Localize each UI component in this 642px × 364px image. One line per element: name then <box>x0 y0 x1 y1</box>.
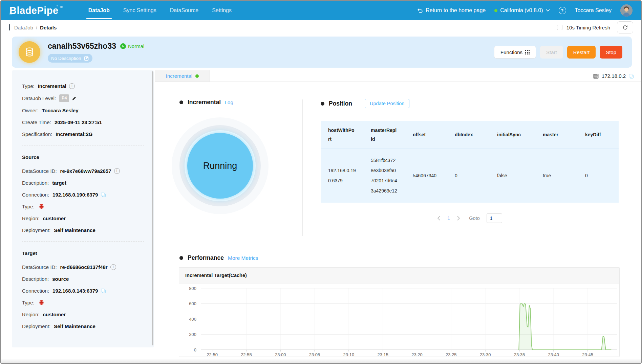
column-divider <box>302 99 303 236</box>
copy-icon[interactable] <box>628 73 634 79</box>
server-icon <box>593 73 599 79</box>
performance-heading: Performance <box>188 254 224 261</box>
chart-title: Incremental Target(Cache) <box>179 268 619 283</box>
job-info-sidebar: Type:Incremental DataJob Level:P4 Owner:… <box>12 70 154 347</box>
refresh-icon <box>622 25 628 30</box>
restart-button[interactable]: Restart <box>567 46 596 59</box>
target-section-heading: Target <box>22 250 144 256</box>
svg-text:200: 200 <box>189 332 196 337</box>
job-actions: Functions Start Restart Stop <box>494 46 622 59</box>
running-indicator: Running <box>172 117 269 214</box>
info-icon[interactable] <box>114 168 120 174</box>
worker-host: 172.18.0.2 <box>593 70 641 82</box>
section-bullet <box>179 256 183 260</box>
divider <box>22 241 144 242</box>
performance-chart-svg: 020040060080022:5022:5523:0023:0523:1023… <box>179 283 620 357</box>
tab-incremental[interactable]: Incremental <box>155 70 210 82</box>
job-header-card: canalh53v65zho33 Normal No Description F… <box>12 37 632 68</box>
refresh-controls: 10s Timing Refresh <box>557 21 633 33</box>
main-content: Incremental 172.18.0.2 Incremental Log <box>155 70 641 357</box>
running-core: Running <box>187 133 253 199</box>
job-description-pill[interactable]: No Description <box>48 54 92 63</box>
refresh-button[interactable] <box>617 21 633 33</box>
timing-refresh-label: 10s Timing Refresh <box>566 25 610 30</box>
svg-text:22:50: 22:50 <box>207 352 218 357</box>
stop-button[interactable]: Stop <box>600 46 622 59</box>
copy-icon[interactable] <box>101 192 106 198</box>
position-heading: Position <box>329 100 352 107</box>
section-bullet <box>179 100 183 104</box>
user-avatar[interactable] <box>620 4 633 17</box>
main-nav: DataJob Sync Settings DataSource Setting… <box>82 1 238 20</box>
job-name: canalh53v65zho33 <box>48 42 116 51</box>
breadcrumb-accent <box>9 24 10 30</box>
more-metrics-link[interactable]: More Metrics <box>228 255 258 261</box>
region-selector[interactable]: California (v0.8.0) <box>494 7 550 14</box>
svg-text:23:05: 23:05 <box>309 352 320 357</box>
timing-refresh-checkbox[interactable] <box>557 25 562 30</box>
svg-text:400: 400 <box>189 317 196 322</box>
copy-icon[interactable] <box>101 288 106 294</box>
svg-text:23:00: 23:00 <box>275 352 286 357</box>
nav-item-sync-settings[interactable]: Sync Settings <box>116 1 163 20</box>
svg-text:600: 600 <box>189 301 196 306</box>
window-bottom-edge <box>1 359 641 363</box>
position-panel: Position Update Position hostWithPort ma… <box>302 99 641 237</box>
svg-text:23:45: 23:45 <box>582 352 593 357</box>
performance-chart-card: Incremental Target(Cache) 02004006008002… <box>179 267 620 357</box>
level-badge: P4 <box>59 94 69 102</box>
nav-item-settings[interactable]: Settings <box>205 1 238 20</box>
svg-text:23:25: 23:25 <box>446 352 457 357</box>
next-page-icon[interactable] <box>457 216 460 221</box>
goto-page-input[interactable] <box>487 213 502 223</box>
region-status-dot <box>494 9 497 12</box>
chevron-down-icon <box>546 9 550 12</box>
start-button[interactable]: Start <box>540 46 563 59</box>
goto-label: Goto <box>469 215 479 221</box>
incremental-panel: Incremental Log Running <box>155 99 302 237</box>
app-window: BladePipe DataJob Sync Settings DataSour… <box>0 0 642 364</box>
breadcrumb-separator: / <box>36 25 37 30</box>
svg-text:23:35: 23:35 <box>514 352 525 357</box>
redis-icon <box>38 203 45 210</box>
nav-item-datajob[interactable]: DataJob <box>82 1 116 20</box>
user-name[interactable]: Toccara Sesley <box>575 7 612 14</box>
grid-icon <box>525 50 530 54</box>
functions-button[interactable]: Functions <box>494 46 536 59</box>
divider <box>22 145 144 145</box>
info-icon[interactable] <box>110 264 116 270</box>
pagination: 1 Goto <box>321 213 619 223</box>
return-arrow-icon <box>417 7 423 14</box>
breadcrumb-bar: DataJob / Details 10s Timing Refresh <box>1 20 641 35</box>
sidebar-scrollbar[interactable] <box>152 71 153 345</box>
nav-item-datasource[interactable]: DataSource <box>163 1 206 20</box>
svg-text:0: 0 <box>194 347 196 352</box>
worker-ip: 172.18.0.2 <box>602 73 626 79</box>
log-link[interactable]: Log <box>224 99 233 106</box>
table-row: 192.168.0.190:6379 5581fbc3728e3b03efa07… <box>321 149 619 203</box>
svg-text:22:55: 22:55 <box>241 352 252 357</box>
page-number[interactable]: 1 <box>447 215 450 221</box>
update-position-button[interactable]: Update Position <box>365 99 409 108</box>
breadcrumb-page: Details <box>40 25 57 30</box>
tab-status-dot <box>195 74 199 78</box>
prev-page-icon[interactable] <box>437 216 441 221</box>
help-icon[interactable] <box>559 7 566 14</box>
status-badge: Normal <box>120 43 144 49</box>
svg-text:23:20: 23:20 <box>411 352 423 357</box>
svg-text:23:40: 23:40 <box>548 352 559 357</box>
svg-text:23:10: 23:10 <box>343 352 355 357</box>
incremental-heading: Incremental <box>188 99 221 106</box>
source-section-heading: Source <box>22 154 144 160</box>
navbar-right: Return to the home page California (v0.8… <box>417 4 633 17</box>
breadcrumb-section[interactable]: DataJob <box>14 25 33 30</box>
bladepipe-logo[interactable]: BladePipe <box>9 5 63 16</box>
svg-text:800: 800 <box>189 286 196 291</box>
info-icon[interactable] <box>69 83 75 89</box>
return-home-link[interactable]: Return to the home page <box>417 7 486 14</box>
tab-bar: Incremental 172.18.0.2 <box>155 70 641 82</box>
redis-icon <box>38 299 45 306</box>
pencil-icon[interactable] <box>72 96 77 101</box>
database-icon <box>19 41 40 63</box>
position-table: hostWithPort masterReplId offset dbIndex… <box>321 121 619 203</box>
